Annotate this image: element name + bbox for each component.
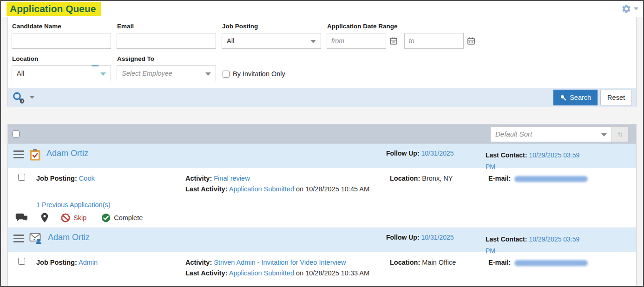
- email-label: E-mail:: [488, 259, 511, 266]
- filter-footer-bar: Search Reset: [8, 88, 636, 107]
- map-pin-icon[interactable]: [41, 213, 48, 223]
- skip-label: Skip: [73, 214, 86, 222]
- search-settings-icon[interactable]: [12, 91, 26, 104]
- skip-icon: [61, 213, 70, 222]
- reset-button-label: Reset: [607, 94, 625, 101]
- select-all-checkbox[interactable]: [13, 130, 20, 137]
- page-title: Application Queue: [7, 2, 101, 16]
- previous-applications-link[interactable]: 1 Previous Application(s): [36, 285, 111, 287]
- chevron-down-icon[interactable]: [30, 96, 34, 99]
- comments-icon[interactable]: [15, 213, 28, 223]
- last-activity-link[interactable]: Application Submitted: [229, 269, 294, 277]
- chevron-down-icon[interactable]: [634, 7, 638, 10]
- gear-icon[interactable]: [621, 4, 631, 14]
- email-input[interactable]: [117, 33, 216, 49]
- last-contact-label: Last Contact:: [486, 151, 527, 159]
- by-invitation-checkbox[interactable]: [223, 71, 230, 78]
- follow-up-date-link[interactable]: 10/31/2025: [421, 234, 453, 241]
- activity-link[interactable]: Final review: [214, 175, 250, 182]
- candidate-name-link[interactable]: Adam Ortiz: [48, 233, 90, 242]
- sort-direction-button[interactable]: ↑↓: [612, 126, 629, 142]
- sort-descending-icon: ↓: [619, 130, 623, 138]
- complete-label: Complete: [114, 214, 143, 222]
- results-list: Default Sort ↑↓: [7, 124, 637, 287]
- location-value: All: [17, 70, 24, 77]
- date-to-input[interactable]: [404, 33, 464, 49]
- assigned-to-select[interactable]: Select Employee: [117, 65, 216, 81]
- row-checkbox[interactable]: [18, 258, 25, 265]
- last-activity-date: 10/28/2025 10:45 AM: [305, 185, 369, 193]
- by-invitation-label: By Invitation Only: [233, 70, 285, 78]
- chevron-down-icon: [205, 72, 211, 76]
- chevron-down-icon: [601, 133, 607, 137]
- page-header: Application Queue: [1, 1, 643, 17]
- reset-button[interactable]: Reset: [600, 90, 632, 105]
- page-settings-menu[interactable]: [621, 4, 638, 14]
- sort-select[interactable]: Default Sort: [490, 126, 612, 142]
- drag-handle-icon[interactable]: [13, 235, 24, 244]
- follow-up-label: Follow Up:: [386, 150, 420, 157]
- activity-link[interactable]: Striven Admin - Invitation for Video Int…: [214, 259, 346, 266]
- date-range-label: Application Date Range: [327, 23, 482, 30]
- job-posting-label: Job Posting: [222, 23, 321, 30]
- search-button-label: Search: [570, 94, 591, 101]
- sort-select-value: Default Sort: [495, 130, 532, 138]
- follow-up-date-link[interactable]: 10/31/2025: [421, 150, 453, 157]
- job-posting-label: Job Posting:: [36, 175, 77, 182]
- candidate-header-row: Adam Ortiz Follow Up: 10/31/2025 Last Co…: [8, 144, 636, 168]
- activity-label: Activity:: [185, 175, 212, 182]
- email-redacted-value: [514, 260, 588, 266]
- last-activity-date: 10/28/2025 10:33 AM: [305, 269, 369, 277]
- drag-handle-icon[interactable]: [13, 150, 24, 160]
- activity-label: Activity:: [185, 259, 212, 266]
- job-posting-value: All: [227, 37, 234, 45]
- spacer: [1, 107, 643, 124]
- complete-action[interactable]: Complete: [101, 213, 143, 222]
- assigned-to-label: Assigned To: [117, 55, 216, 62]
- on-text: on: [296, 269, 303, 277]
- job-posting-link[interactable]: Admin: [79, 259, 98, 266]
- skip-action[interactable]: Skip: [61, 213, 86, 222]
- row-checkbox[interactable]: [18, 174, 25, 181]
- last-activity-label: Last Activity:: [185, 185, 228, 193]
- application-queue-page: Application Queue Candidate Name Email J…: [0, 0, 644, 287]
- candidate-name-input[interactable]: [12, 33, 111, 49]
- date-from-input[interactable]: [327, 33, 386, 49]
- email-label: E-mail:: [488, 175, 511, 182]
- advanced-search-menu[interactable]: [12, 91, 34, 104]
- location-label: Location:: [390, 175, 420, 182]
- candidate-name-label: Candidate Name: [12, 23, 111, 30]
- last-activity-link[interactable]: Application Submitted: [229, 185, 294, 193]
- clipboard-check-icon: [29, 149, 41, 161]
- location-value: Main Office: [422, 259, 456, 266]
- email-label: Email: [117, 23, 216, 30]
- calendar-icon[interactable]: [389, 33, 398, 49]
- gear-icon: [19, 98, 25, 104]
- on-text: on: [296, 185, 303, 193]
- candidate-header-row: Adam Ortiz Follow Up: 10/31/2025 Last Co…: [8, 228, 636, 252]
- previous-applications-link[interactable]: 1 Previous Application(s): [36, 201, 111, 209]
- application-row: Adam Ortiz Follow Up: 10/31/2025 Last Co…: [8, 144, 636, 228]
- location-label: Location:: [390, 259, 420, 266]
- location-select-accent: [92, 65, 99, 66]
- last-activity-label: Last Activity:: [185, 269, 228, 277]
- location-select[interactable]: All: [12, 65, 111, 81]
- row-actions: Skip Complete: [8, 209, 636, 228]
- chevron-down-icon: [310, 40, 316, 43]
- complete-icon: [101, 213, 111, 222]
- search-button[interactable]: Search: [553, 90, 598, 105]
- follow-up-label: Follow Up:: [386, 234, 420, 241]
- candidate-name-link[interactable]: Adam Ortiz: [46, 149, 88, 158]
- chevron-down-icon: [100, 72, 106, 76]
- calendar-icon[interactable]: [467, 33, 475, 49]
- job-posting-select[interactable]: All: [222, 33, 321, 49]
- filter-panel: Candidate Name Email Job Posting All App…: [7, 17, 637, 107]
- email-redacted-value: [514, 176, 588, 182]
- assigned-to-placeholder: Select Employee: [122, 70, 172, 77]
- application-row: Adam Ortiz Follow Up: 10/31/2025 Last Co…: [8, 228, 636, 287]
- job-posting-link[interactable]: Cook: [79, 175, 95, 182]
- location-value: Bronx, NY: [422, 175, 453, 182]
- last-contact-label: Last Contact:: [486, 235, 527, 243]
- job-posting-label: Job Posting:: [36, 259, 77, 266]
- location-label: Location: [12, 55, 111, 62]
